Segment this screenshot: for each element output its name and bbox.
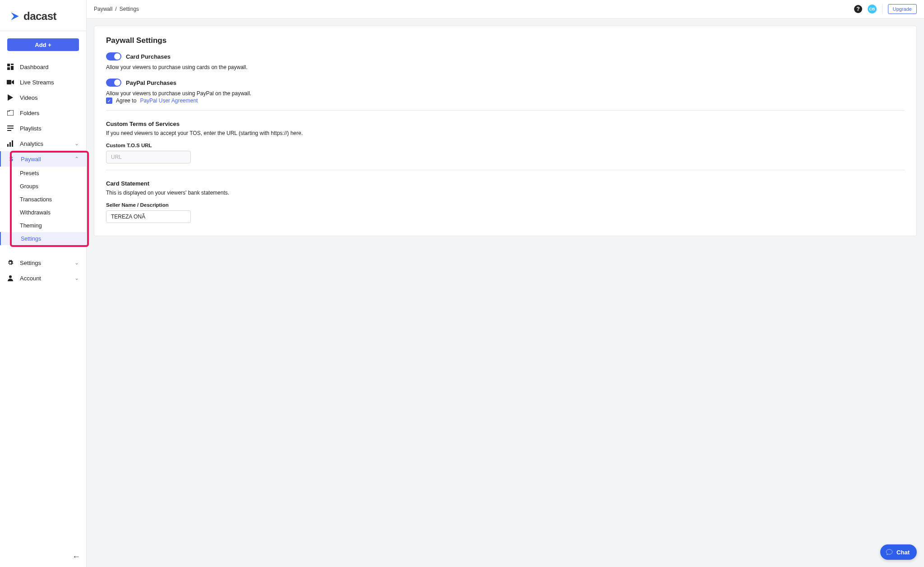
- camera-icon: [6, 78, 14, 86]
- statement-title: Card Statement: [106, 180, 905, 187]
- divider: [882, 4, 882, 14]
- sidebar-item-label: Account: [20, 275, 41, 282]
- chat-button[interactable]: Chat: [880, 544, 917, 560]
- svg-text:$: $: [9, 155, 13, 163]
- add-button[interactable]: Add +: [7, 38, 79, 51]
- playlist-icon: [6, 124, 14, 132]
- tos-url-label: Custom T.O.S URL: [106, 143, 905, 148]
- paywall-submenu: Presets Groups Transactions Withdrawals …: [0, 167, 86, 245]
- svg-rect-4: [7, 80, 11, 84]
- main: Paywall / Settings ? CB Upgrade Paywall …: [87, 0, 924, 567]
- sidebar-sub-transactions[interactable]: Transactions: [0, 193, 86, 206]
- card-purchases-desc: Allow your viewers to purchase using car…: [106, 64, 905, 70]
- svg-rect-10: [12, 140, 13, 147]
- brand-name: dacast: [23, 10, 56, 23]
- svg-rect-3: [7, 67, 10, 70]
- sidebar-item-playlists[interactable]: Playlists: [0, 121, 86, 136]
- chevron-down-icon: ⌄: [74, 260, 79, 266]
- toggle-card-purchases[interactable]: [106, 52, 121, 60]
- toggle-paypal-purchases[interactable]: [106, 79, 121, 87]
- svg-rect-7: [7, 130, 11, 131]
- sidebar-item-settings[interactable]: Settings ⌄: [0, 255, 86, 270]
- statement-desc: This is displayed on your viewers' bank …: [106, 190, 905, 196]
- chevron-down-icon: ⌄: [74, 275, 79, 281]
- paypal-agreement-link[interactable]: PayPal User Agreement: [140, 98, 198, 104]
- checkbox-paypal-agreement[interactable]: ✓: [106, 98, 112, 104]
- sidebar-item-label: Folders: [20, 110, 39, 116]
- sidebar-item-paywall[interactable]: $ Paywall ⌃: [0, 151, 86, 167]
- svg-rect-1: [11, 64, 14, 65]
- sidebar-item-label: Dashboard: [20, 64, 49, 70]
- sidebar-sub-groups[interactable]: Groups: [0, 180, 86, 193]
- sidebar-item-account[interactable]: Account ⌄: [0, 270, 86, 286]
- analytics-icon: [6, 139, 14, 148]
- gear-icon: [6, 259, 14, 267]
- sidebar: dacast Add + Dashboard Live Streams Vide…: [0, 0, 87, 567]
- divider: [106, 110, 905, 111]
- svg-rect-8: [7, 144, 9, 147]
- page-title: Paywall Settings: [106, 36, 905, 45]
- breadcrumb-sep: /: [115, 6, 116, 12]
- play-icon: [6, 93, 14, 102]
- seller-name-input[interactable]: [106, 210, 191, 223]
- paypal-purchases-label: PayPal Purchases: [126, 79, 176, 86]
- svg-rect-2: [11, 66, 14, 70]
- tos-title: Custom Terms of Services: [106, 121, 905, 127]
- sidebar-item-label: Settings: [20, 260, 41, 266]
- svg-rect-0: [7, 64, 10, 66]
- sidebar-sub-settings[interactable]: Settings: [0, 232, 86, 245]
- svg-rect-6: [7, 128, 14, 129]
- sidebar-item-dashboard[interactable]: Dashboard: [0, 59, 86, 74]
- avatar[interactable]: CB: [868, 5, 877, 14]
- tos-desc: If you need viewers to accept your TOS, …: [106, 130, 905, 136]
- collapse-sidebar-icon[interactable]: ←: [72, 552, 80, 562]
- sidebar-item-label: Playlists: [20, 125, 42, 132]
- divider: [106, 170, 905, 170]
- sidebar-item-label: Live Streams: [20, 79, 54, 86]
- breadcrumb: Paywall / Settings: [94, 6, 139, 12]
- sidebar-item-videos[interactable]: Videos: [0, 90, 86, 105]
- svg-rect-9: [9, 142, 11, 147]
- sidebar-item-label: Videos: [20, 94, 38, 101]
- brand-mark-icon: [9, 10, 21, 22]
- chevron-up-icon: ⌃: [74, 156, 79, 162]
- sidebar-item-analytics[interactable]: Analytics ⌄: [0, 136, 86, 151]
- sidebar-item-label: Paywall: [21, 156, 41, 163]
- sidebar-sub-theming[interactable]: Theming: [0, 219, 86, 232]
- svg-rect-5: [7, 125, 14, 126]
- chat-icon: [886, 548, 893, 556]
- chevron-down-icon: ⌄: [74, 140, 79, 147]
- sidebar-item-live-streams[interactable]: Live Streams: [0, 74, 86, 90]
- breadcrumb-b: Settings: [120, 6, 139, 12]
- logo: dacast: [0, 0, 86, 31]
- sidebar-sub-withdrawals[interactable]: Withdrawals: [0, 206, 86, 219]
- upgrade-button[interactable]: Upgrade: [888, 4, 917, 14]
- tos-url-input[interactable]: [106, 151, 191, 163]
- svg-point-12: [9, 275, 12, 278]
- paypal-purchases-desc: Allow your viewers to purchase using Pay…: [106, 90, 905, 97]
- chat-label: Chat: [896, 549, 910, 556]
- help-icon[interactable]: ?: [854, 5, 862, 13]
- breadcrumb-a[interactable]: Paywall: [94, 6, 112, 12]
- nav: Dashboard Live Streams Videos Folders Pl…: [0, 59, 86, 567]
- statement-label: Seller Name / Description: [106, 202, 905, 208]
- folder-icon: [6, 109, 14, 117]
- agree-prefix: Agree to: [116, 98, 136, 104]
- dollar-icon: $: [7, 155, 15, 163]
- paywall-settings-panel: Paywall Settings Card Purchases Allow yo…: [94, 26, 917, 236]
- sidebar-item-label: Analytics: [20, 140, 43, 147]
- topbar: Paywall / Settings ? CB Upgrade: [87, 0, 924, 19]
- person-icon: [6, 274, 14, 282]
- card-purchases-label: Card Purchases: [126, 53, 171, 60]
- dashboard-icon: [6, 63, 14, 71]
- sidebar-sub-presets[interactable]: Presets: [0, 167, 86, 180]
- sidebar-item-folders[interactable]: Folders: [0, 105, 86, 121]
